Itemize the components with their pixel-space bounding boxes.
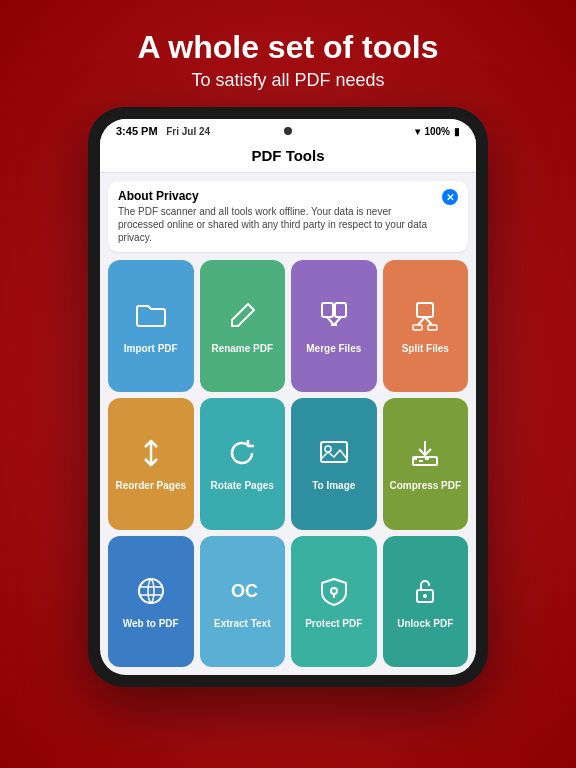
svg-point-11 [139,579,163,603]
privacy-close-button[interactable]: ✕ [442,189,458,205]
protect-pdf-button[interactable]: Protect PDF [291,536,377,668]
status-date: Fri Jul 24 [161,126,210,137]
reorder-icon [135,437,167,474]
privacy-text: The PDF scanner and all tools work offli… [118,205,436,244]
svg-rect-2 [417,303,433,317]
rotate-pages-button[interactable]: Rotate Pages [200,398,286,530]
wifi-icon: ▾ [415,126,420,137]
image-icon [318,437,350,474]
merge-icon [318,300,350,337]
rotate-icon [226,437,258,474]
device-camera [284,127,292,135]
split-icon [409,300,441,337]
svg-rect-0 [322,303,333,317]
rename-pdf-button[interactable]: Rename PDF [200,260,286,392]
header-title: A whole set of tools [137,28,438,66]
svg-point-17 [423,594,427,598]
rename-pdf-label: Rename PDF [211,343,273,355]
nav-bar-title: PDF Tools [251,147,324,164]
to-image-label: To Image [312,480,355,492]
svg-rect-4 [428,325,437,330]
web-to-pdf-button[interactable]: Web to PDF [108,536,194,668]
battery-text: 100% [424,126,450,137]
device-screen: 3:45 PM Fri Jul 24 ▾ 100% ▮ PDF Tools Ab… [100,119,476,675]
ocr-icon: OCR [226,575,258,612]
unlock-pdf-label: Unlock PDF [397,618,453,630]
extract-text-label: Extract Text [214,618,271,630]
status-time: 3:45 PM [116,125,158,137]
pencil-icon [226,300,258,337]
status-right: ▾ 100% ▮ [415,126,460,137]
split-files-label: Split Files [402,343,449,355]
unlock-icon [409,575,441,612]
privacy-content: About Privacy The PDF scanner and all to… [118,189,436,244]
merge-files-button[interactable]: Merge Files [291,260,377,392]
folder-icon [135,300,167,337]
compress-pdf-label: Compress PDF [389,480,461,492]
globe-icon [135,575,167,612]
rotate-pages-label: Rotate Pages [211,480,274,492]
reorder-pages-label: Reorder Pages [115,480,186,492]
reorder-pages-button[interactable]: Reorder Pages [108,398,194,530]
import-pdf-label: Import PDF [124,343,178,355]
svg-text:OCR: OCR [231,581,258,601]
to-image-button[interactable]: To Image [291,398,377,530]
shield-icon [318,575,350,612]
svg-point-6 [325,446,331,452]
privacy-banner: About Privacy The PDF scanner and all to… [108,181,468,252]
split-files-button[interactable]: Split Files [383,260,469,392]
battery-icon: ▮ [454,126,460,137]
privacy-title: About Privacy [118,189,436,203]
extract-text-button[interactable]: OCR Extract Text [200,536,286,668]
status-time-date: 3:45 PM Fri Jul 24 [116,125,210,137]
protect-pdf-label: Protect PDF [305,618,362,630]
compress-pdf-button[interactable]: Compress PDF [383,398,469,530]
unlock-pdf-button[interactable]: Unlock PDF [383,536,469,668]
svg-point-15 [331,588,337,594]
merge-files-label: Merge Files [306,343,361,355]
tools-grid: Import PDF Rename PDF [100,260,476,675]
header-section: A whole set of tools To satisfy all PDF … [117,0,458,107]
header-subtitle: To satisfy all PDF needs [137,70,438,91]
svg-rect-1 [335,303,346,317]
svg-rect-5 [321,442,347,462]
device-frame: 3:45 PM Fri Jul 24 ▾ 100% ▮ PDF Tools Ab… [88,107,488,687]
svg-rect-3 [413,325,422,330]
web-to-pdf-label: Web to PDF [123,618,179,630]
compress-icon [409,437,441,474]
import-pdf-button[interactable]: Import PDF [108,260,194,392]
nav-bar: PDF Tools [100,141,476,173]
